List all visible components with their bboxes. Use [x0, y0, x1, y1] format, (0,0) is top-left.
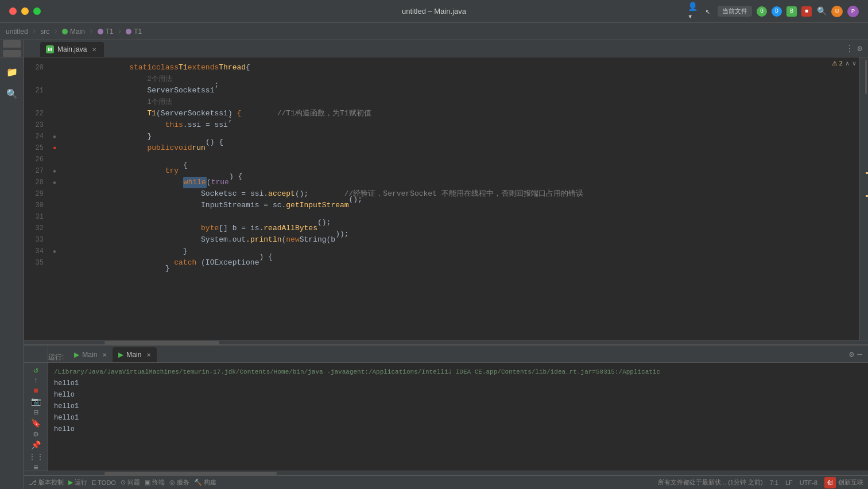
console-panel-icon[interactable]: ⊟	[27, 408, 45, 417]
console-content: /Library/Java/JavaVirtualMachines/temuri…	[48, 363, 868, 471]
debug-icon[interactable]: D	[772, 6, 782, 17]
nav-down-icon[interactable]: ∨	[852, 60, 857, 67]
ln-24: 24	[24, 131, 48, 142]
sidebar-top-icon1[interactable]	[3, 40, 21, 48]
nav-src[interactable]: src	[40, 28, 49, 36]
warning-marker-2	[866, 195, 868, 197]
tab-java-icon: M	[46, 45, 54, 53]
console-rerun-icon[interactable]: ↺	[27, 365, 45, 375]
g-21	[53, 85, 64, 96]
code-hint-2: 1个用法	[64, 96, 859, 108]
terminal-button[interactable]: ▣ 终端	[145, 478, 165, 487]
run-icon[interactable]: G	[757, 6, 767, 17]
status-left: ⎇ 版本控制 ▶ 运行 E TODO ⊙ 问题	[29, 478, 216, 487]
nav-t1-1[interactable]: T1	[98, 28, 114, 36]
sidebar-search-icon[interactable]: 🔍	[2, 84, 22, 104]
code-line-20: static class T1 extends Thread{	[64, 62, 859, 73]
tab-close-button[interactable]: ✕	[90, 45, 98, 53]
panel-tab1-label: Main	[82, 351, 97, 359]
console-list-icon[interactable]: ≡	[27, 463, 45, 471]
main-layout: 📁 🔍 ⚠ 2 ∧ ∨ 20 21 22 23 24 25 26	[0, 57, 868, 489]
problems-label: 问题	[127, 478, 140, 487]
build-icon: 🔨	[194, 479, 202, 486]
minimize-button[interactable]	[21, 7, 29, 15]
nav-main[interactable]: Main	[62, 28, 85, 36]
services-button[interactable]: ◎ 服务	[169, 478, 189, 487]
console-scrollbar[interactable]	[24, 471, 868, 475]
nav-sep4: ›	[117, 26, 123, 37]
g-26	[53, 154, 64, 165]
run-button[interactable]: ▶ 运行	[68, 478, 87, 487]
code-line-22: T1(ServerSocket ssi) { //T1构造函数，为T1赋初值	[64, 108, 859, 119]
nav-sep2: ›	[53, 26, 59, 37]
build-icon[interactable]: B	[786, 6, 797, 17]
title-bar-actions: 👤▾ ↖ 当前文件 G D B ■ 🔍 U P	[688, 6, 859, 17]
terminal-icon: ▣	[145, 479, 150, 486]
tab-main-java[interactable]: M Main.java ✕	[40, 42, 104, 57]
user-icon[interactable]: 👤▾	[688, 6, 698, 17]
terminal-label: 终端	[152, 478, 165, 487]
maximize-button[interactable]	[33, 7, 41, 15]
panel-settings-icon[interactable]: ⚙	[849, 349, 854, 359]
encoding[interactable]: UTF-8	[800, 479, 817, 486]
vcs-button[interactable]: ⎇ 版本控制	[29, 478, 64, 487]
console-filter-icon[interactable]: ⋮⋮	[27, 452, 45, 462]
stop-icon[interactable]: ■	[801, 6, 812, 17]
panel-tab1-close[interactable]: ✕	[102, 352, 107, 358]
ln-31: 31	[24, 211, 48, 223]
nav-untitled[interactable]: untitled	[6, 28, 28, 36]
g-31	[53, 211, 64, 223]
ln-27: 27	[24, 165, 48, 177]
problems-button[interactable]: ⊙ 问题	[121, 478, 140, 487]
line-ending[interactable]: LF	[785, 479, 793, 486]
avatar[interactable]: U	[831, 6, 843, 17]
tab-bar-right: ⋮ ⚙	[845, 43, 862, 55]
console-output-4: hello1	[54, 412, 862, 424]
breadcrumb: untitled › src › Main › T1 › T1	[0, 23, 868, 40]
panel-tab-main1[interactable]: ▶ Main ✕	[68, 347, 113, 362]
console-cog-icon[interactable]: ⚙	[27, 429, 45, 439]
horizontal-scrollbar[interactable]	[24, 340, 868, 344]
panel-tab-bar: 运行: ▶ Main ✕ ▶ Main ✕ ⚙ —	[24, 346, 868, 363]
build-button[interactable]: 🔨 构建	[194, 478, 216, 487]
close-button[interactable]	[9, 7, 17, 15]
nav-t1-2-label: T1	[134, 28, 142, 36]
sidebar-folder-icon[interactable]: 📁	[2, 62, 22, 83]
console-stop-icon[interactable]: ■	[27, 386, 45, 395]
settings-icon[interactable]: ⚙	[858, 44, 862, 53]
code-lines[interactable]: static class T1 extends Thread{ 2个用法 Ser…	[64, 57, 859, 340]
editor-scrollbar[interactable]	[859, 57, 868, 340]
more-options-icon[interactable]: ⋮	[845, 43, 854, 55]
tab-label: Main.java	[57, 45, 87, 53]
g-hint2	[53, 96, 64, 108]
console-camera-icon[interactable]: 📷	[27, 397, 45, 406]
code-line-35: } catch (IOException e) {	[64, 257, 859, 269]
editor-content[interactable]: ⚠ 2 ∧ ∨ 20 21 22 23 24 25 26 27 28 29 30…	[24, 57, 868, 340]
nav-t1-2[interactable]: T1	[126, 28, 142, 36]
panel-tab2-close[interactable]: ✕	[146, 352, 151, 358]
nav-src-label: src	[40, 28, 49, 36]
console-pin-icon[interactable]: 📌	[27, 440, 45, 450]
search-icon[interactable]: 🔍	[816, 6, 827, 17]
run-status-label: 运行	[75, 478, 87, 487]
console-up-icon[interactable]: ↑	[27, 376, 45, 385]
ln-25: 25	[24, 142, 48, 154]
cursor-position[interactable]: 7:1	[770, 479, 778, 486]
nav-t1-dot	[98, 29, 103, 34]
panel-minimize-icon[interactable]: —	[858, 350, 862, 359]
console-scrollbar-thumb	[104, 472, 277, 475]
editor-area: ⚠ 2 ∧ ∨ 20 21 22 23 24 25 26 27 28 29 30…	[24, 57, 868, 489]
warning-indicator: ⚠ 2 ∧ ∨	[832, 60, 857, 67]
cursor-icon[interactable]: ↖	[703, 6, 713, 17]
problems-icon: ⊙	[121, 479, 126, 486]
nav-up-icon[interactable]: ∧	[845, 60, 850, 67]
avatar2[interactable]: P	[847, 6, 859, 17]
sidebar-top-icon2[interactable]	[3, 50, 21, 57]
console-bookmark-icon[interactable]: 🔖	[27, 418, 45, 428]
current-file-btn[interactable]: 当前文件	[718, 6, 752, 17]
todo-button[interactable]: E TODO	[92, 479, 116, 486]
panel-tab-main2[interactable]: ▶ Main ✕	[113, 347, 157, 362]
line-numbers: 20 21 22 23 24 25 26 27 28 29 30 31 32 3…	[24, 57, 53, 340]
brand: 创 创新互联	[824, 477, 863, 488]
status-right: 所有文件都处于最新状... (1分钟 之前) 7:1 LF UTF-8 创 创新…	[658, 477, 863, 488]
